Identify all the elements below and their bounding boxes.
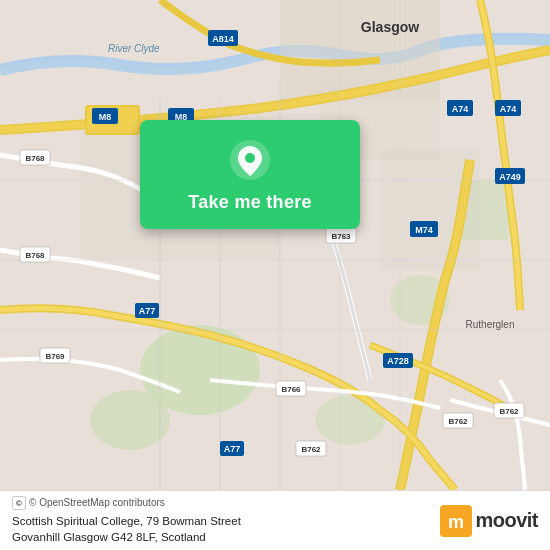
- svg-text:B763: B763: [331, 232, 351, 241]
- svg-text:A728: A728: [387, 356, 409, 366]
- address-text: Scottish Spiritual College, 79 Bowman St…: [12, 513, 241, 545]
- footer: © © OpenStreetMap contributors Scottish …: [0, 490, 550, 550]
- moovit-text: moovit: [475, 509, 538, 532]
- attribution-text: © © OpenStreetMap contributors: [12, 496, 241, 510]
- button-label: Take me there: [188, 192, 312, 213]
- take-me-there-button[interactable]: Take me there: [140, 120, 360, 229]
- osm-icon: ©: [12, 496, 26, 510]
- svg-text:A749: A749: [499, 172, 521, 182]
- svg-text:m: m: [448, 512, 464, 532]
- svg-point-2: [90, 390, 170, 450]
- svg-text:B768: B768: [25, 154, 45, 163]
- location-pin-icon: [228, 138, 272, 182]
- svg-text:B768: B768: [25, 251, 45, 260]
- svg-text:B762: B762: [301, 445, 321, 454]
- map-svg: M8 M8 A814 A74 A74 M74 A749 B763 B763 B7…: [0, 0, 550, 490]
- map-container: M8 M8 A814 A74 A74 M74 A749 B763 B763 B7…: [0, 0, 550, 490]
- attribution-label: © OpenStreetMap contributors: [29, 497, 165, 508]
- svg-text:M74: M74: [415, 225, 433, 235]
- footer-left: © © OpenStreetMap contributors Scottish …: [12, 496, 241, 545]
- svg-text:B766: B766: [281, 385, 301, 394]
- moovit-logo-icon: m: [440, 505, 472, 537]
- svg-text:B769: B769: [45, 352, 65, 361]
- svg-text:A814: A814: [212, 34, 234, 44]
- svg-text:M8: M8: [99, 112, 112, 122]
- svg-point-54: [245, 153, 255, 163]
- svg-text:Glasgow: Glasgow: [361, 19, 419, 35]
- svg-text:A77: A77: [139, 306, 156, 316]
- address-line2: Govanhill Glasgow G42 8LF, Scotland: [12, 531, 206, 543]
- svg-text:A74: A74: [500, 104, 517, 114]
- svg-text:River Clyde: River Clyde: [108, 43, 160, 54]
- svg-text:B762: B762: [499, 407, 519, 416]
- svg-text:A77: A77: [224, 444, 241, 454]
- svg-text:B762: B762: [448, 417, 468, 426]
- moovit-logo: m moovit: [440, 505, 538, 537]
- svg-text:Rutherglen: Rutherglen: [466, 319, 515, 330]
- svg-text:A74: A74: [452, 104, 469, 114]
- address-line1: Scottish Spiritual College, 79 Bowman St…: [12, 515, 241, 527]
